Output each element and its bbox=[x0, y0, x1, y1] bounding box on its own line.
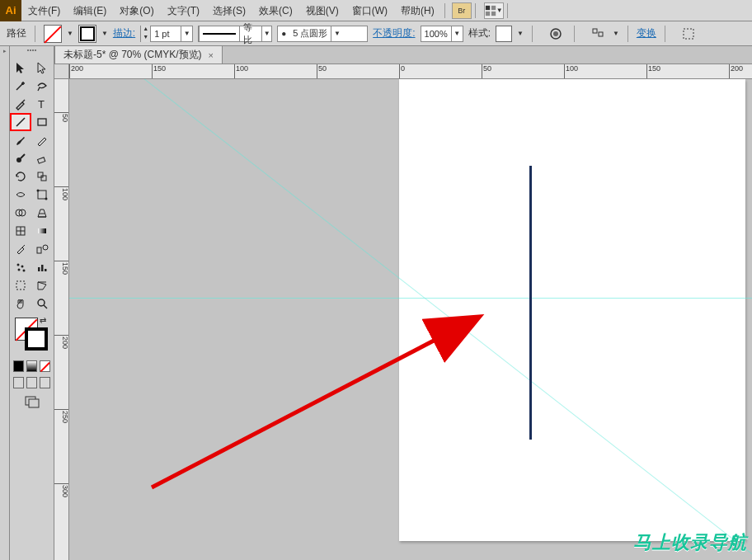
draw-inside[interactable] bbox=[40, 377, 50, 388]
tool-slice[interactable] bbox=[31, 276, 53, 294]
menu-help[interactable]: 帮助(H) bbox=[394, 0, 441, 21]
ruler-origin[interactable] bbox=[54, 64, 69, 79]
menu-view[interactable]: 视图(V) bbox=[299, 0, 345, 21]
svg-point-28 bbox=[23, 270, 26, 272]
color-wheel-icon bbox=[549, 27, 562, 40]
opacity-panel-link[interactable]: 不透明度: bbox=[373, 26, 415, 40]
panel-collapse-strip[interactable]: ▸ bbox=[0, 46, 10, 560]
stroke-width-value[interactable]: 1 pt bbox=[151, 29, 181, 39]
scale-icon bbox=[35, 170, 49, 183]
align-dropdown-arrow[interactable]: ▼ bbox=[613, 30, 619, 37]
brush-combo[interactable]: ● 5 点圆形 ▼ bbox=[277, 26, 368, 42]
arrange-documents-button[interactable]: ▼ bbox=[484, 2, 504, 19]
fill-swatch[interactable] bbox=[44, 25, 62, 43]
svg-rect-7 bbox=[599, 32, 603, 36]
tool-symbol-sprayer[interactable] bbox=[10, 258, 31, 276]
stroke-width-combo[interactable]: ▲ ▼ 1 pt ▼ bbox=[140, 26, 193, 42]
menu-window[interactable]: 窗口(W) bbox=[345, 0, 394, 21]
shape-builder-icon bbox=[14, 206, 27, 219]
draw-normal[interactable] bbox=[13, 377, 24, 388]
tool-scale[interactable] bbox=[31, 167, 53, 186]
tool-mesh[interactable] bbox=[10, 222, 31, 240]
fill-stroke-box: ⇄ bbox=[10, 313, 54, 359]
transform-panel-link[interactable]: 变换 bbox=[637, 26, 656, 40]
draw-behind[interactable] bbox=[26, 377, 37, 388]
tool-zoom[interactable] bbox=[31, 294, 53, 313]
tool-type[interactable]: T bbox=[31, 95, 53, 113]
stepper-up[interactable]: ▲ bbox=[141, 26, 151, 34]
stroke-swatch[interactable] bbox=[78, 25, 96, 43]
tool-blend[interactable] bbox=[31, 240, 53, 258]
menu-effect[interactable]: 效果(C) bbox=[252, 0, 299, 21]
tool-gradient[interactable] bbox=[31, 222, 53, 240]
swap-fill-stroke[interactable]: ⇄ bbox=[40, 316, 46, 325]
tool-rectangle[interactable] bbox=[31, 113, 53, 131]
ruler-tick: 150 bbox=[54, 261, 69, 275]
svg-point-17 bbox=[37, 190, 40, 192]
tool-selection[interactable] bbox=[10, 59, 31, 77]
document-tab[interactable]: 未标题-5* @ 70% (CMYK/预览) × bbox=[54, 45, 223, 64]
ruler-horizontal[interactable]: 20015010050050100150200 bbox=[69, 64, 752, 79]
svg-rect-6 bbox=[593, 29, 597, 33]
svg-point-27 bbox=[18, 269, 21, 271]
stroke-dropdown-arrow[interactable]: ▼ bbox=[101, 30, 108, 37]
ruler-tick: 0 bbox=[399, 64, 405, 79]
gradient-icon bbox=[35, 224, 49, 238]
menu-edit[interactable]: 编辑(E) bbox=[67, 0, 113, 21]
menu-object[interactable]: 对象(O) bbox=[113, 0, 160, 21]
isolate-icon bbox=[682, 27, 695, 40]
chevron-down-icon[interactable]: ▼ bbox=[261, 26, 271, 41]
style-dropdown-arrow[interactable]: ▼ bbox=[517, 30, 524, 37]
panel-grip[interactable] bbox=[10, 49, 54, 56]
ruler-vertical[interactable]: 50100150200250300 bbox=[54, 79, 69, 560]
stroke-panel-link[interactable]: 描边: bbox=[113, 26, 135, 40]
tool-graph[interactable] bbox=[31, 258, 53, 276]
align-button[interactable] bbox=[588, 26, 608, 42]
opacity-value[interactable]: 100% bbox=[421, 29, 451, 39]
menu-select[interactable]: 选择(S) bbox=[206, 0, 252, 21]
color-none[interactable] bbox=[40, 360, 50, 372]
tool-perspective[interactable] bbox=[31, 204, 53, 222]
tool-width[interactable] bbox=[10, 186, 31, 204]
path-object[interactable] bbox=[529, 166, 532, 440]
tool-lasso[interactable] bbox=[31, 77, 53, 95]
tool-hand[interactable] bbox=[10, 294, 31, 313]
separator bbox=[665, 26, 665, 42]
menu-file[interactable]: 文件(F) bbox=[21, 0, 67, 21]
tool-pen[interactable] bbox=[10, 95, 31, 113]
color-solid[interactable] bbox=[13, 360, 24, 372]
canvas-stage[interactable] bbox=[69, 79, 752, 560]
chevron-down-icon[interactable]: ▼ bbox=[331, 26, 342, 41]
ruler-tick: 250 bbox=[54, 409, 69, 423]
stepper-down[interactable]: ▼ bbox=[141, 34, 151, 42]
recolor-artwork-button[interactable] bbox=[546, 26, 566, 42]
tool-direct-selection[interactable] bbox=[31, 59, 53, 77]
main-area: ▸ T ⇄ 未标题-5* @ 70% (CMYK/预览) × bbox=[0, 46, 752, 560]
stroke-color[interactable] bbox=[25, 327, 48, 351]
color-gradient[interactable] bbox=[26, 360, 37, 372]
guide-horizontal[interactable] bbox=[69, 298, 752, 299]
tool-rotate[interactable] bbox=[10, 167, 31, 186]
screen-mode-icon bbox=[24, 395, 40, 408]
tool-eyedropper[interactable] bbox=[10, 240, 31, 258]
tool-shape-builder[interactable] bbox=[10, 204, 31, 222]
tool-free-transform[interactable] bbox=[31, 186, 53, 204]
tool-paintbrush[interactable] bbox=[10, 131, 31, 149]
menu-type[interactable]: 文字(T) bbox=[161, 0, 206, 21]
tool-artboard[interactable] bbox=[10, 276, 31, 294]
opacity-combo[interactable]: 100% ▼ bbox=[421, 26, 463, 42]
tool-pencil[interactable] bbox=[31, 131, 53, 149]
screen-mode-button[interactable] bbox=[10, 395, 54, 408]
tool-line-segment[interactable] bbox=[10, 113, 31, 131]
isolate-button[interactable] bbox=[679, 26, 698, 42]
bridge-button[interactable]: Br bbox=[452, 2, 472, 19]
chevron-down-icon[interactable]: ▼ bbox=[451, 26, 463, 41]
profile-combo[interactable]: 等比 ▼ bbox=[198, 26, 272, 42]
tab-close-button[interactable]: × bbox=[209, 50, 214, 60]
chevron-down-icon[interactable]: ▼ bbox=[181, 26, 192, 41]
tool-blob-brush[interactable] bbox=[10, 149, 31, 167]
graphic-style-swatch[interactable] bbox=[496, 26, 512, 42]
fill-dropdown-arrow[interactable]: ▼ bbox=[67, 30, 73, 37]
tool-eraser[interactable] bbox=[31, 149, 53, 167]
tool-magic-wand[interactable] bbox=[10, 77, 31, 95]
